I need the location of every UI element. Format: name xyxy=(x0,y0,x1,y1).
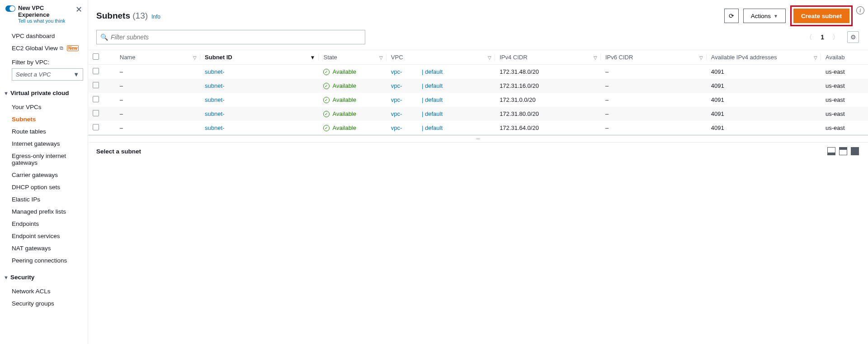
row-checkbox[interactable] xyxy=(93,96,99,102)
cell-az: us-east xyxy=(821,79,868,93)
cell-available-ipv4: 4091 xyxy=(707,93,821,107)
main-header: Subnets (13) Info ⟳ Actions ▼ Create sub… xyxy=(88,0,868,30)
help-info-icon[interactable]: i xyxy=(856,6,864,14)
vpc-default-link[interactable]: | default xyxy=(420,68,443,75)
cell-name: – xyxy=(115,121,200,135)
subnet-id-link[interactable]: subnet- xyxy=(205,110,224,117)
table-row[interactable]: –subnet-✓Availablevpc- | default172.31.0… xyxy=(88,93,868,107)
resize-handle[interactable]: ═ xyxy=(88,135,868,143)
sort-icon: ▽ xyxy=(699,55,703,60)
sidebar-item[interactable]: Internet gateways xyxy=(12,138,88,150)
sidebar-item[interactable]: Carrier gateways xyxy=(12,169,88,181)
sidebar-item-ec2-global[interactable]: EC2 Global View ⧉ New xyxy=(12,42,88,54)
section-header[interactable]: ▼Security xyxy=(0,269,88,282)
external-link-icon: ⧉ xyxy=(60,45,63,51)
sidebar-item[interactable]: Route tables xyxy=(12,125,88,138)
select-vpc-dropdown[interactable]: Select a VPC ▼ xyxy=(12,68,83,81)
cell-available-ipv4: 4091 xyxy=(707,65,821,79)
sidebar-header: New VPC Experience Tell us what you thin… xyxy=(0,0,88,26)
cell-name: – xyxy=(115,93,200,107)
row-checkbox[interactable] xyxy=(93,124,99,130)
vpc-link[interactable]: vpc- xyxy=(391,110,402,117)
actions-button[interactable]: Actions ▼ xyxy=(743,9,786,23)
info-link[interactable]: Info xyxy=(151,14,160,20)
layout-top-button[interactable] xyxy=(839,147,847,155)
vpc-link[interactable]: vpc- xyxy=(391,124,402,131)
sidebar-item[interactable]: NAT gateways xyxy=(12,242,88,254)
sort-icon: ▼ xyxy=(310,54,316,61)
vpc-link[interactable]: vpc- xyxy=(391,68,402,75)
col-available-ipv4[interactable]: Available IPv4 addresses▽ xyxy=(707,50,821,65)
vpc-link[interactable]: vpc- xyxy=(391,96,402,103)
state-badge: ✓Available xyxy=(323,68,382,75)
sidebar-item[interactable]: Network ACLs xyxy=(12,285,88,297)
sidebar-item[interactable]: DHCP option sets xyxy=(12,181,88,193)
gear-icon: ⚙ xyxy=(850,33,856,41)
col-subnet-id[interactable]: Subnet ID▼ xyxy=(200,50,319,65)
table-row[interactable]: –subnet-✓Availablevpc- | default172.31.8… xyxy=(88,107,868,121)
section-header[interactable]: ▼Virtual private cloud xyxy=(0,85,88,98)
cell-name: – xyxy=(115,107,200,121)
subnet-id-link[interactable]: subnet- xyxy=(205,96,224,103)
sidebar-item[interactable]: Egress-only internet gateways xyxy=(12,150,88,169)
check-circle-icon: ✓ xyxy=(323,97,330,103)
row-checkbox[interactable] xyxy=(93,68,99,74)
subnet-id-link[interactable]: subnet- xyxy=(205,68,224,75)
next-page-button[interactable]: 〉 xyxy=(832,33,839,42)
sidebar-item[interactable]: Peering connections xyxy=(12,254,88,267)
cell-az: us-east xyxy=(821,65,868,79)
sidebar-item[interactable]: Security groups xyxy=(12,297,88,310)
main: i Subnets (13) Info ⟳ Actions ▼ Create s… xyxy=(88,0,868,344)
cell-ipv6-cidr: – xyxy=(601,107,707,121)
sidebar-item-vpc-dashboard[interactable]: VPC dashboard xyxy=(12,30,88,42)
table-row[interactable]: –subnet-✓Availablevpc- | default172.31.6… xyxy=(88,121,868,135)
prev-page-button[interactable]: 〈 xyxy=(806,33,812,42)
cell-az: us-east xyxy=(821,121,868,135)
sort-icon: ▽ xyxy=(379,55,383,60)
refresh-button[interactable]: ⟳ xyxy=(724,9,739,23)
settings-button[interactable]: ⚙ xyxy=(847,31,859,43)
search-icon: 🔍 xyxy=(100,33,108,41)
col-state[interactable]: State▽ xyxy=(319,50,386,65)
close-icon[interactable]: ✕ xyxy=(74,5,84,14)
subnet-id-link[interactable]: subnet- xyxy=(205,82,224,89)
new-vpc-title: New VPC Experience xyxy=(18,5,74,18)
cell-ipv4-cidr: 172.31.48.0/20 xyxy=(495,65,601,79)
col-vpc[interactable]: VPC▽ xyxy=(387,50,495,65)
sidebar-item[interactable]: Subnets xyxy=(12,113,88,125)
subnet-id-link[interactable]: subnet- xyxy=(205,124,224,131)
vpc-default-link[interactable]: | default xyxy=(420,82,443,89)
row-checkbox[interactable] xyxy=(93,82,99,88)
layout-full-button[interactable] xyxy=(851,147,859,155)
table-row[interactable]: –subnet-✓Availablevpc- | default172.31.4… xyxy=(88,65,868,79)
filter-subnets-input[interactable]: 🔍 xyxy=(96,30,365,44)
create-subnet-button[interactable]: Create subnet xyxy=(793,9,849,23)
vpc-default-link[interactable]: | default xyxy=(420,124,443,131)
vpc-link[interactable]: vpc- xyxy=(391,82,402,89)
col-ipv6-cidr[interactable]: IPv6 CIDR▽ xyxy=(601,50,707,65)
col-ipv4-cidr[interactable]: IPv4 CIDR▽ xyxy=(495,50,601,65)
chevron-down-icon: ▼ xyxy=(4,91,9,96)
pagination: 〈 1 〉 ⚙ xyxy=(806,31,859,43)
col-az[interactable]: Availab xyxy=(821,50,868,65)
sidebar-item[interactable]: Managed prefix lists xyxy=(12,205,88,218)
col-name[interactable]: Name▽ xyxy=(115,50,200,65)
sort-icon: ▽ xyxy=(594,55,597,60)
row-checkbox[interactable] xyxy=(93,110,99,116)
new-vpc-subtitle[interactable]: Tell us what you think xyxy=(18,18,74,24)
sidebar: New VPC Experience Tell us what you thin… xyxy=(0,0,88,344)
select-all-checkbox[interactable] xyxy=(93,53,99,60)
filter-text-field[interactable] xyxy=(111,33,361,41)
new-vpc-toggle[interactable] xyxy=(5,5,15,12)
sidebar-item[interactable]: Endpoint services xyxy=(12,230,88,242)
state-badge: ✓Available xyxy=(323,110,382,117)
cell-ipv4-cidr: 172.31.64.0/20 xyxy=(495,121,601,135)
sidebar-item[interactable]: Elastic IPs xyxy=(12,193,88,205)
vpc-default-link[interactable]: | default xyxy=(420,110,443,117)
sidebar-item[interactable]: Your VPCs xyxy=(12,101,88,113)
vpc-default-link[interactable]: | default xyxy=(420,96,443,103)
layout-bottom-button[interactable] xyxy=(827,147,835,155)
select-vpc-placeholder: Select a VPC xyxy=(16,71,51,78)
table-row[interactable]: –subnet-✓Availablevpc- | default172.31.1… xyxy=(88,79,868,93)
sidebar-item[interactable]: Endpoints xyxy=(12,218,88,230)
